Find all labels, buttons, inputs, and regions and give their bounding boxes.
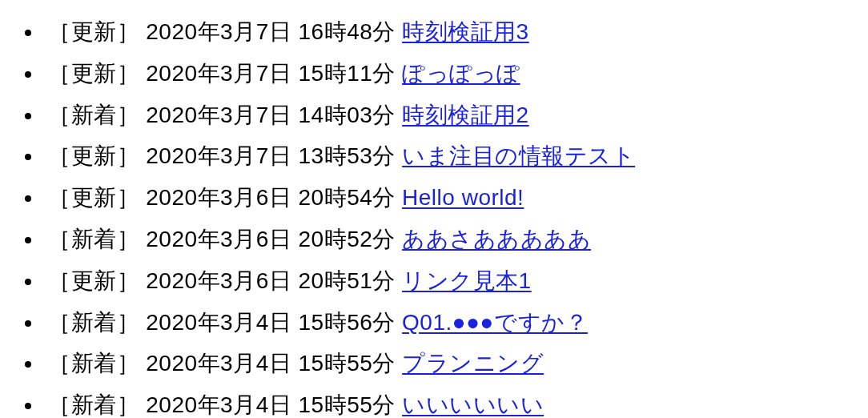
item-tag: ［新着］: [48, 392, 139, 417]
item-date: 2020年3月7日 16時48分: [146, 19, 396, 44]
item-link[interactable]: ぽっぽっぽ: [402, 61, 520, 86]
list-item: ［新着］ 2020年3月7日 14時03分 時刻検証用2: [43, 94, 854, 136]
item-link[interactable]: 時刻検証用2: [402, 102, 529, 127]
update-list: ［更新］ 2020年3月7日 16時48分 時刻検証用3 ［更新］ 2020年3…: [8, 11, 854, 418]
list-item: ［更新］ 2020年3月7日 13時53分 いま注目の情報テスト: [43, 135, 854, 177]
list-item: ［新着］ 2020年3月4日 15時55分 プランニング: [43, 343, 854, 384]
list-item: ［新着］ 2020年3月6日 20時52分 ああさあああああ: [43, 219, 854, 260]
list-item: ［更新］ 2020年3月7日 15時11分 ぽっぽっぽ: [43, 53, 854, 94]
item-date: 2020年3月7日 14時03分: [146, 102, 396, 127]
item-date: 2020年3月4日 15時56分: [146, 310, 396, 335]
item-link[interactable]: Q01.●●●ですか？: [402, 310, 588, 335]
item-link[interactable]: プランニング: [402, 351, 544, 376]
item-tag: ［新着］: [48, 102, 139, 127]
item-tag: ［新着］: [48, 351, 139, 376]
item-tag: ［更新］: [48, 143, 139, 168]
list-item: ［新着］ 2020年3月4日 15時55分 いいいいいい: [43, 384, 854, 418]
item-tag: ［新着］: [48, 227, 139, 251]
item-tag: ［更新］: [48, 185, 139, 210]
item-tag: ［新着］: [48, 310, 139, 335]
item-tag: ［更新］: [48, 61, 139, 86]
list-item: ［新着］ 2020年3月4日 15時56分 Q01.●●●ですか？: [43, 302, 854, 344]
item-link[interactable]: Hello world!: [402, 185, 524, 210]
item-link[interactable]: 時刻検証用3: [402, 19, 529, 44]
item-date: 2020年3月6日 20時52分: [146, 227, 396, 251]
item-date: 2020年3月7日 15時11分: [146, 61, 396, 86]
item-tag: ［更新］: [48, 19, 139, 44]
item-date: 2020年3月6日 20時51分: [146, 268, 396, 293]
list-item: ［更新］ 2020年3月6日 20時51分 リンク見本1: [43, 260, 854, 302]
item-link[interactable]: ああさあああああ: [402, 227, 591, 251]
item-date: 2020年3月7日 13時53分: [146, 143, 396, 168]
item-tag: ［更新］: [48, 268, 139, 293]
item-link[interactable]: いいいいいい: [402, 392, 544, 417]
item-link[interactable]: いま注目の情報テスト: [402, 143, 635, 168]
item-link[interactable]: リンク見本1: [402, 268, 532, 293]
list-item: ［更新］ 2020年3月7日 16時48分 時刻検証用3: [43, 11, 854, 53]
item-date: 2020年3月4日 15時55分: [146, 351, 396, 376]
list-item: ［更新］ 2020年3月6日 20時54分 Hello world!: [43, 177, 854, 219]
item-date: 2020年3月4日 15時55分: [146, 392, 396, 417]
item-date: 2020年3月6日 20時54分: [146, 185, 396, 210]
